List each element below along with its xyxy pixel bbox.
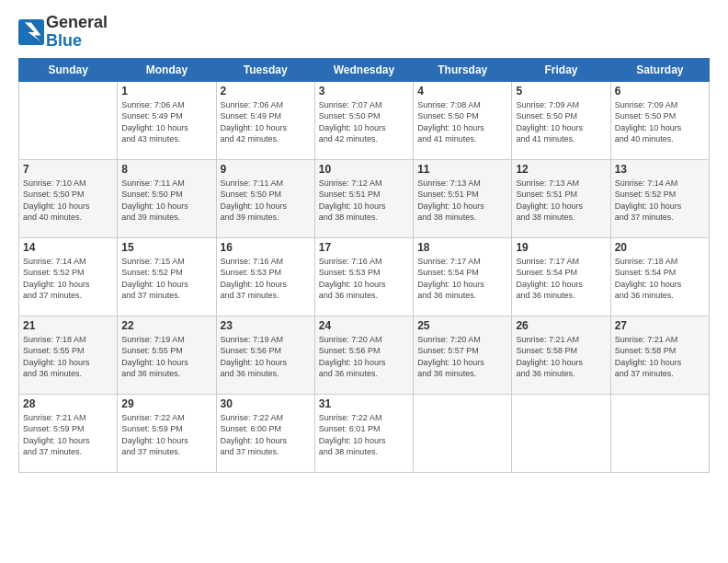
day-info: Sunrise: 7:20 AM Sunset: 5:57 PM Dayligh… [417,334,507,380]
weekday-thursday: Thursday [414,58,512,81]
calendar-cell: 30Sunrise: 7:22 AM Sunset: 6:00 PM Dayli… [216,394,314,472]
calendar-cell: 13Sunrise: 7:14 AM Sunset: 5:52 PM Dayli… [610,159,709,237]
day-number: 12 [516,163,606,176]
day-info: Sunrise: 7:19 AM Sunset: 5:56 PM Dayligh… [221,334,311,380]
day-info: Sunrise: 7:08 AM Sunset: 5:50 PM Dayligh… [417,99,507,145]
logo-text: GeneralBlue [46,14,108,51]
day-info: Sunrise: 7:22 AM Sunset: 6:00 PM Dayligh… [221,412,311,458]
calendar-cell: 14Sunrise: 7:14 AM Sunset: 5:52 PM Dayli… [19,237,118,316]
day-number: 14 [23,241,113,254]
day-number: 18 [417,241,507,254]
day-number: 4 [417,85,507,98]
day-info: Sunrise: 7:16 AM Sunset: 5:53 PM Dayligh… [221,256,311,302]
day-info: Sunrise: 7:21 AM Sunset: 5:58 PM Dayligh… [615,334,705,380]
day-number: 23 [221,319,311,332]
calendar-cell: 8Sunrise: 7:11 AM Sunset: 5:50 PM Daylig… [118,159,216,237]
calendar-cell: 15Sunrise: 7:15 AM Sunset: 5:52 PM Dayli… [118,237,216,316]
day-number: 1 [121,85,211,98]
day-info: Sunrise: 7:18 AM Sunset: 5:55 PM Dayligh… [23,334,113,380]
day-number: 9 [221,163,311,176]
calendar-cell: 10Sunrise: 7:12 AM Sunset: 5:51 PM Dayli… [314,159,413,237]
day-info: Sunrise: 7:11 AM Sunset: 5:50 PM Dayligh… [221,178,311,224]
calendar-cell [512,394,610,472]
calendar-cell: 6Sunrise: 7:09 AM Sunset: 5:50 PM Daylig… [610,81,709,159]
day-number: 2 [221,85,311,98]
calendar-cell [610,394,709,472]
day-number: 15 [121,241,211,254]
day-info: Sunrise: 7:09 AM Sunset: 5:50 PM Dayligh… [615,99,705,145]
calendar-week-3: 21Sunrise: 7:18 AM Sunset: 5:55 PM Dayli… [19,316,710,394]
day-number: 8 [121,163,211,176]
calendar-cell [414,394,512,472]
day-number: 28 [23,397,113,410]
calendar-cell: 17Sunrise: 7:16 AM Sunset: 5:53 PM Dayli… [314,237,413,316]
day-number: 24 [319,319,409,332]
day-info: Sunrise: 7:13 AM Sunset: 5:51 PM Dayligh… [417,178,507,224]
day-info: Sunrise: 7:14 AM Sunset: 5:52 PM Dayligh… [615,178,705,224]
calendar-header: SundayMondayTuesdayWednesdayThursdayFrid… [19,58,710,81]
calendar-cell: 4Sunrise: 7:08 AM Sunset: 5:50 PM Daylig… [414,81,512,159]
calendar-cell: 22Sunrise: 7:19 AM Sunset: 5:55 PM Dayli… [118,316,216,394]
day-number: 31 [319,397,409,410]
header: GeneralBlue [18,14,710,51]
weekday-monday: Monday [118,58,216,81]
day-info: Sunrise: 7:09 AM Sunset: 5:50 PM Dayligh… [516,99,606,145]
day-number: 5 [516,85,606,98]
day-info: Sunrise: 7:07 AM Sunset: 5:50 PM Dayligh… [319,99,409,145]
day-info: Sunrise: 7:11 AM Sunset: 5:50 PM Dayligh… [121,178,211,224]
day-number: 25 [417,319,507,332]
day-info: Sunrise: 7:22 AM Sunset: 5:59 PM Dayligh… [121,412,211,458]
day-number: 13 [615,163,705,176]
day-info: Sunrise: 7:21 AM Sunset: 5:58 PM Dayligh… [516,334,606,380]
calendar-cell: 12Sunrise: 7:13 AM Sunset: 5:51 PM Dayli… [512,159,610,237]
day-number: 22 [121,319,211,332]
calendar-cell: 29Sunrise: 7:22 AM Sunset: 5:59 PM Dayli… [118,394,216,472]
calendar-week-4: 28Sunrise: 7:21 AM Sunset: 5:59 PM Dayli… [19,394,710,472]
day-number: 20 [615,241,705,254]
day-info: Sunrise: 7:21 AM Sunset: 5:59 PM Dayligh… [23,412,113,458]
weekday-sunday: Sunday [19,58,118,81]
day-info: Sunrise: 7:22 AM Sunset: 6:01 PM Dayligh… [319,412,409,458]
day-info: Sunrise: 7:06 AM Sunset: 5:49 PM Dayligh… [221,99,311,145]
weekday-wednesday: Wednesday [314,58,413,81]
calendar-cell: 2Sunrise: 7:06 AM Sunset: 5:49 PM Daylig… [216,81,314,159]
day-number: 21 [23,319,113,332]
logo: GeneralBlue [18,14,108,51]
day-info: Sunrise: 7:12 AM Sunset: 5:51 PM Dayligh… [319,178,409,224]
calendar-cell: 25Sunrise: 7:20 AM Sunset: 5:57 PM Dayli… [414,316,512,394]
calendar-cell: 1Sunrise: 7:06 AM Sunset: 5:49 PM Daylig… [118,81,216,159]
day-info: Sunrise: 7:18 AM Sunset: 5:54 PM Dayligh… [615,256,705,302]
day-number: 19 [516,241,606,254]
logo-icon [18,19,44,45]
calendar-cell: 26Sunrise: 7:21 AM Sunset: 5:58 PM Dayli… [512,316,610,394]
calendar-week-0: 1Sunrise: 7:06 AM Sunset: 5:49 PM Daylig… [19,81,710,159]
calendar-table: SundayMondayTuesdayWednesdayThursdayFrid… [18,58,710,473]
calendar-week-2: 14Sunrise: 7:14 AM Sunset: 5:52 PM Dayli… [19,237,710,316]
day-number: 29 [121,397,211,410]
weekday-saturday: Saturday [610,58,709,81]
calendar-cell: 18Sunrise: 7:17 AM Sunset: 5:54 PM Dayli… [414,237,512,316]
calendar-cell: 23Sunrise: 7:19 AM Sunset: 5:56 PM Dayli… [216,316,314,394]
calendar-cell: 20Sunrise: 7:18 AM Sunset: 5:54 PM Dayli… [610,237,709,316]
day-number: 27 [615,319,705,332]
day-info: Sunrise: 7:10 AM Sunset: 5:50 PM Dayligh… [23,178,113,224]
day-number: 17 [319,241,409,254]
day-info: Sunrise: 7:06 AM Sunset: 5:49 PM Dayligh… [121,99,211,145]
weekday-friday: Friday [512,58,610,81]
day-info: Sunrise: 7:17 AM Sunset: 5:54 PM Dayligh… [417,256,507,302]
calendar-cell: 5Sunrise: 7:09 AM Sunset: 5:50 PM Daylig… [512,81,610,159]
calendar-body: 1Sunrise: 7:06 AM Sunset: 5:49 PM Daylig… [19,81,710,472]
day-info: Sunrise: 7:15 AM Sunset: 5:52 PM Dayligh… [121,256,211,302]
day-number: 16 [221,241,311,254]
day-number: 6 [615,85,705,98]
day-info: Sunrise: 7:14 AM Sunset: 5:52 PM Dayligh… [23,256,113,302]
day-info: Sunrise: 7:13 AM Sunset: 5:51 PM Dayligh… [516,178,606,224]
day-number: 26 [516,319,606,332]
page: GeneralBlue SundayMondayTuesdayWednesday… [0,0,728,563]
calendar-cell: 31Sunrise: 7:22 AM Sunset: 6:01 PM Dayli… [314,394,413,472]
calendar-cell: 3Sunrise: 7:07 AM Sunset: 5:50 PM Daylig… [314,81,413,159]
calendar-cell: 19Sunrise: 7:17 AM Sunset: 5:54 PM Dayli… [512,237,610,316]
day-info: Sunrise: 7:19 AM Sunset: 5:55 PM Dayligh… [121,334,211,380]
calendar-cell: 21Sunrise: 7:18 AM Sunset: 5:55 PM Dayli… [19,316,118,394]
calendar-cell [19,81,118,159]
